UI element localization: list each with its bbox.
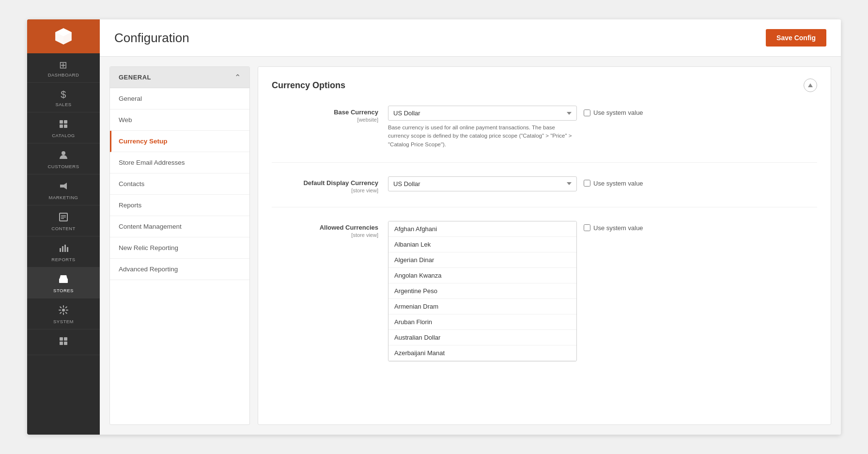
sidebar-item-content[interactable]: CONTENT bbox=[27, 205, 100, 236]
sidebar-item-catalog[interactable]: CATALOG bbox=[27, 112, 100, 143]
default-display-currency-system-value-label[interactable]: Use system value bbox=[584, 176, 643, 187]
left-nav-header: GENERAL ⌃ bbox=[110, 67, 249, 88]
left-nav-item-label-new-relic: New Relic Reporting bbox=[119, 244, 178, 251]
sidebar-item-dashboard[interactable]: ⊞ DASHBOARD bbox=[27, 53, 100, 83]
sidebar-item-stores[interactable]: STORES bbox=[27, 267, 100, 298]
page-title: Configuration bbox=[114, 31, 189, 46]
sidebar-item-label-stores: STORES bbox=[53, 288, 74, 293]
save-config-button[interactable]: Save Config bbox=[766, 29, 826, 47]
svg-rect-1 bbox=[64, 120, 67, 124]
svg-rect-12 bbox=[67, 247, 68, 252]
sidebar-item-label-customers: CUSTOMERS bbox=[47, 164, 79, 169]
default-display-currency-system-value-checkbox[interactable] bbox=[584, 180, 590, 187]
content-body: GENERAL ⌃ General Web Currency Setup Sto… bbox=[100, 57, 841, 435]
allowed-currencies-system-value-label[interactable]: Use system value bbox=[584, 221, 643, 232]
base-currency-system-value-checkbox[interactable] bbox=[584, 110, 590, 116]
base-currency-label: Base Currency bbox=[272, 109, 378, 116]
reports-icon bbox=[59, 243, 68, 254]
svg-rect-11 bbox=[64, 245, 66, 252]
listbox-item[interactable]: Albanian Lek bbox=[388, 237, 576, 252]
left-nav-item-web[interactable]: Web bbox=[110, 110, 249, 131]
svg-rect-17 bbox=[64, 337, 67, 341]
left-nav-item-currency-setup[interactable]: Currency Setup bbox=[110, 131, 249, 152]
chevron-up-icon: ⌃ bbox=[234, 73, 241, 82]
allowed-currencies-input-col: Afghan AfghaniAlbanian LekAlgerian Dinar… bbox=[388, 221, 817, 361]
left-nav-panel: GENERAL ⌃ General Web Currency Setup Sto… bbox=[109, 66, 250, 425]
listbox-item[interactable]: Algerian Dinar bbox=[388, 252, 576, 268]
catalog-icon bbox=[59, 119, 68, 130]
base-currency-control-wrap: US Dollar Euro British Pound Canadian Do… bbox=[388, 106, 577, 149]
listbox-item[interactable]: Argentine Peso bbox=[388, 283, 576, 299]
sidebar-item-label-content: CONTENT bbox=[51, 226, 75, 231]
allowed-currencies-label-col: Allowed Currencies [store view] bbox=[272, 221, 388, 238]
listbox-item[interactable]: Armenian Dram bbox=[388, 299, 576, 314]
section-title-row: Currency Options bbox=[272, 78, 817, 92]
base-currency-input-col: US Dollar Euro British Pound Canadian Do… bbox=[388, 106, 817, 149]
base-currency-label-col: Base Currency [website] bbox=[272, 106, 388, 123]
listbox-item[interactable]: Azerbaijani Manat bbox=[388, 345, 576, 361]
main-area: Configuration Save Config GENERAL ⌃ Gene… bbox=[100, 19, 841, 435]
listbox-item[interactable]: Aruban Florin bbox=[388, 314, 576, 330]
content-icon bbox=[59, 212, 68, 223]
allowed-currencies-row: Allowed Currencies [store view] Afghan A… bbox=[272, 221, 817, 361]
left-nav-item-reports[interactable]: Reports bbox=[110, 195, 249, 216]
sidebar-item-sales[interactable]: $ SALES bbox=[27, 83, 100, 112]
sidebar-item-system[interactable]: SYSTEM bbox=[27, 298, 100, 329]
allowed-currencies-listbox[interactable]: Afghan AfghaniAlbanian LekAlgerian Dinar… bbox=[388, 221, 577, 361]
svg-point-15 bbox=[62, 309, 65, 312]
allowed-currencies-listbox-wrapper: Afghan AfghaniAlbanian LekAlgerian Dinar… bbox=[388, 221, 577, 361]
sidebar-item-label-catalog: CATALOG bbox=[52, 133, 75, 138]
sidebar-item-customers[interactable]: CUSTOMERS bbox=[27, 143, 100, 174]
default-display-currency-select[interactable]: US Dollar Euro British Pound Canadian Do… bbox=[388, 176, 577, 191]
right-panel: Currency Options Base Currency [website] bbox=[258, 66, 831, 425]
base-currency-select[interactable]: US Dollar Euro British Pound Canadian Do… bbox=[388, 106, 577, 121]
sales-icon: $ bbox=[61, 90, 66, 99]
collapse-section-button[interactable] bbox=[804, 78, 817, 92]
listbox-item[interactable]: Australian Dollar bbox=[388, 330, 576, 345]
left-nav-item-label-currency-setup: Currency Setup bbox=[119, 138, 168, 145]
sidebar-item-marketing[interactable]: MARKETING bbox=[27, 174, 100, 205]
left-nav-item-content-mgmt[interactable]: Content Management bbox=[110, 216, 249, 237]
listbox-item[interactable]: Angolan Kwanza bbox=[388, 268, 576, 283]
base-currency-system-value-label[interactable]: Use system value bbox=[584, 106, 643, 116]
listbox-item[interactable]: Afghan Afghani bbox=[388, 221, 576, 237]
base-currency-scope: [website] bbox=[272, 117, 378, 123]
sidebar-item-label-reports: REPORTS bbox=[51, 257, 75, 262]
svg-rect-14 bbox=[62, 280, 65, 283]
left-nav-item-advanced-reporting[interactable]: Advanced Reporting bbox=[110, 259, 249, 280]
system-icon bbox=[59, 305, 68, 316]
base-currency-row: Base Currency [website] US Dollar Euro B… bbox=[272, 106, 817, 163]
allowed-currencies-label: Allowed Currencies bbox=[272, 224, 378, 231]
left-nav-item-label-general: General bbox=[119, 95, 142, 102]
listbox-item[interactable]: Azerbaijani Manat (1993–2006) bbox=[388, 361, 576, 361]
extensions-icon bbox=[59, 336, 68, 347]
sidebar-logo bbox=[27, 19, 100, 53]
sidebar-item-label-sales: SALES bbox=[55, 102, 71, 107]
sidebar: ⊞ DASHBOARD $ SALES CATALOG bbox=[27, 19, 100, 435]
default-display-currency-label-col: Default Display Currency [store view] bbox=[272, 176, 388, 193]
svg-point-4 bbox=[62, 151, 65, 155]
default-display-currency-system-value-text: Use system value bbox=[593, 180, 643, 187]
left-nav-section-label: GENERAL bbox=[119, 74, 151, 81]
left-nav-item-general[interactable]: General bbox=[110, 88, 249, 110]
sidebar-item-extensions[interactable] bbox=[27, 329, 100, 355]
base-currency-hint: Base currency is used for all online pay… bbox=[388, 124, 572, 149]
section-title: Currency Options bbox=[272, 80, 345, 91]
customers-icon bbox=[59, 150, 68, 161]
svg-rect-16 bbox=[60, 337, 63, 341]
sidebar-item-label-marketing: MARKETING bbox=[49, 195, 78, 200]
left-nav-item-label-web: Web bbox=[119, 116, 132, 124]
sidebar-item-reports[interactable]: REPORTS bbox=[27, 236, 100, 267]
left-nav-item-store-email[interactable]: Store Email Addresses bbox=[110, 152, 249, 173]
left-nav-item-new-relic[interactable]: New Relic Reporting bbox=[110, 237, 249, 259]
svg-rect-2 bbox=[60, 125, 63, 128]
left-nav-item-label-advanced-reporting: Advanced Reporting bbox=[119, 266, 178, 273]
left-nav-item-label-contacts: Contacts bbox=[119, 180, 144, 188]
left-nav-item-label-content-mgmt: Content Management bbox=[119, 223, 182, 230]
svg-rect-3 bbox=[64, 125, 67, 128]
marketing-icon bbox=[59, 181, 68, 192]
allowed-currencies-system-value-checkbox[interactable] bbox=[584, 224, 590, 231]
left-nav-item-contacts[interactable]: Contacts bbox=[110, 173, 249, 195]
left-nav-item-label-reports: Reports bbox=[119, 202, 141, 209]
sidebar-item-label-dashboard: DASHBOARD bbox=[48, 72, 79, 78]
